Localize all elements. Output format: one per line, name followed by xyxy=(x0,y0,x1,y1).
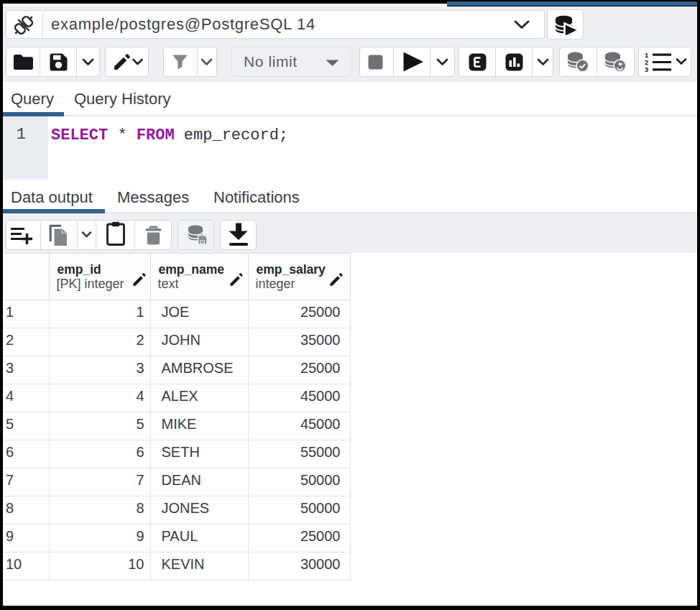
svg-text:3: 3 xyxy=(645,65,648,72)
